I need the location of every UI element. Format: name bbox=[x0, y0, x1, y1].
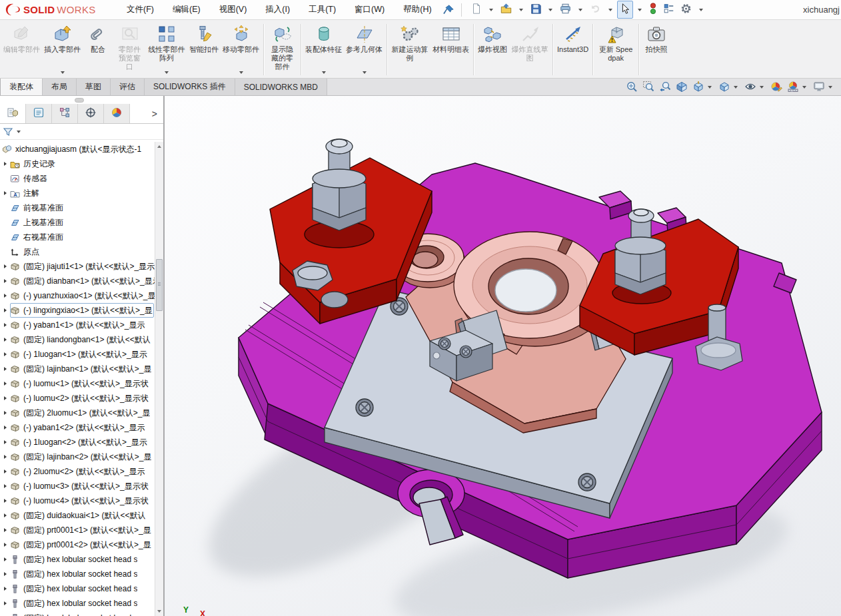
tree-item-30-screw[interactable]: (固定) hex lobular socket head s bbox=[0, 596, 155, 611]
expand-arrow-icon[interactable] bbox=[0, 557, 10, 561]
view-orientation-button[interactable] bbox=[692, 81, 714, 95]
expand-arrow-icon[interactable] bbox=[0, 411, 10, 415]
dropdown-caret-icon[interactable] bbox=[734, 86, 738, 89]
tree-item-26-part[interactable]: (固定) prt0001<2> (默认<<默认>_显 bbox=[0, 537, 155, 552]
tree-item-0-history[interactable]: 历史记录 bbox=[0, 156, 155, 171]
dropdown-caret-icon[interactable] bbox=[802, 86, 806, 89]
ribbon-button-bill-of-materials[interactable]: 材料明细表 bbox=[430, 21, 471, 78]
tree-item-15-part[interactable]: (-) luomu<1> (默认<<默认>_显示状 bbox=[0, 376, 155, 391]
dropdown-caret-icon[interactable] bbox=[708, 86, 712, 89]
pin-menu-icon[interactable] bbox=[442, 4, 454, 16]
tree-item-19-part[interactable]: (-) 1luogan<2> (默认<<默认>_显示 bbox=[0, 435, 155, 450]
tab-solidworks-addins[interactable]: SOLIDWORKS 插件 bbox=[145, 79, 235, 95]
expand-arrow-icon[interactable] bbox=[0, 308, 10, 312]
expand-arrow-icon[interactable] bbox=[0, 601, 10, 605]
expand-arrow-icon[interactable] bbox=[0, 469, 10, 473]
apply-scene-button[interactable] bbox=[787, 81, 808, 95]
expand-arrow-icon[interactable] bbox=[0, 382, 10, 386]
expand-arrow-icon[interactable] bbox=[0, 499, 10, 503]
expand-arrow-icon[interactable] bbox=[0, 264, 10, 268]
print-button[interactable] bbox=[557, 1, 574, 19]
dropdown-caret-icon[interactable] bbox=[578, 9, 582, 11]
settings-gear-dropdown[interactable] bbox=[695, 7, 707, 13]
new-document-button[interactable] bbox=[468, 1, 484, 19]
expand-arrow-icon[interactable] bbox=[0, 455, 10, 459]
expand-arrow-icon[interactable] bbox=[0, 528, 10, 532]
tree-item-8-part[interactable]: (固定) dianban<1> (默认<<默认>_显示 bbox=[0, 274, 155, 288]
options-list-button[interactable] bbox=[660, 1, 677, 19]
tree-item-24-part[interactable]: (固定) duidaokuai<1> (默认<<默认 bbox=[0, 508, 155, 523]
expand-panel-chevron[interactable]: > bbox=[146, 104, 163, 123]
tree-root-assembly[interactable]: xichuangjiajuasm (默认<显示状态-1 bbox=[0, 142, 155, 156]
tree-item-18-part[interactable]: (-) yaban1<2> (默认<<默认>_显示 bbox=[0, 420, 155, 435]
ribbon-button-reference-geometry[interactable]: 参考几何体 bbox=[344, 21, 385, 78]
tree-item-29-screw[interactable]: (固定) hex lobular socket head s bbox=[0, 581, 155, 596]
ribbon-button-show-hidden-components[interactable]: 显示隐藏的零部件 bbox=[266, 21, 299, 78]
tree-item-28-screw[interactable]: (固定) hex lobular socket head s bbox=[0, 567, 155, 581]
dropdown-caret-icon[interactable] bbox=[699, 9, 703, 11]
interference-lights-button[interactable] bbox=[646, 0, 660, 19]
settings-gear-button[interactable] bbox=[678, 1, 694, 19]
section-view-button[interactable] bbox=[676, 81, 688, 95]
tree-item-22-part[interactable]: (-) luomu<3> (默认<<默认>_显示状 bbox=[0, 479, 155, 493]
hide-show-items-button[interactable] bbox=[744, 81, 766, 95]
expand-arrow-icon[interactable] bbox=[0, 426, 10, 430]
zoom-to-area-button[interactable] bbox=[642, 81, 654, 95]
ribbon-button-instant3d[interactable]: Instant3D bbox=[555, 21, 590, 78]
ribbon-button-update-speedpak[interactable]: 更新 Speedpak bbox=[595, 21, 636, 78]
expand-arrow-icon[interactable] bbox=[0, 396, 10, 400]
tab-layout[interactable]: 布局 bbox=[43, 79, 77, 95]
expand-arrow-icon[interactable] bbox=[0, 323, 10, 327]
dropdown-caret-icon[interactable] bbox=[760, 86, 764, 89]
tree-item-5-plane[interactable]: 右视基准面 bbox=[0, 230, 155, 244]
zoom-to-fit-button[interactable] bbox=[626, 81, 638, 95]
tree-item-12-part[interactable]: (固定) liandongban<1> (默认<<默认 bbox=[0, 332, 155, 347]
scroll-up-icon[interactable] bbox=[155, 142, 163, 151]
dropdown-caret-icon[interactable] bbox=[165, 71, 169, 74]
expand-arrow-icon[interactable] bbox=[0, 440, 10, 444]
dropdown-caret-icon[interactable] bbox=[363, 71, 367, 74]
expand-arrow-icon[interactable] bbox=[0, 572, 10, 576]
dimxpertmanager-tab[interactable] bbox=[78, 104, 104, 123]
tree-item-3-plane[interactable]: 前视基准面 bbox=[0, 200, 155, 215]
ribbon-button-smart-fasteners[interactable]: 智能扣件 bbox=[187, 21, 221, 78]
ribbon-button-linear-component-pattern[interactable]: 线性零部件阵列 bbox=[146, 21, 187, 78]
graphics-viewport[interactable]: Y X bbox=[165, 96, 841, 616]
open-dropdown[interactable] bbox=[515, 7, 527, 13]
tree-item-16-part[interactable]: (-) luomu<2> (默认<<默认>_显示状 bbox=[0, 391, 155, 406]
dropdown-caret-icon[interactable] bbox=[239, 71, 243, 74]
previous-view-button[interactable] bbox=[659, 81, 671, 95]
panel-splitter-handle[interactable] bbox=[75, 98, 84, 103]
dropdown-caret-icon[interactable] bbox=[61, 71, 65, 74]
tab-solidworks-mbd[interactable]: SOLIDWORKS MBD bbox=[235, 79, 327, 95]
save-button[interactable] bbox=[528, 1, 544, 19]
select-arrow-dropdown[interactable] bbox=[634, 7, 646, 13]
expand-arrow-icon[interactable] bbox=[0, 587, 10, 591]
scrollbar-thumb[interactable] bbox=[156, 259, 163, 311]
assembly-3d-scene[interactable]: Y X bbox=[165, 96, 840, 616]
tree-item-2-annotations[interactable]: A注解 bbox=[0, 186, 155, 200]
configurationmanager-tab[interactable] bbox=[52, 104, 78, 123]
expand-arrow-icon[interactable] bbox=[0, 352, 10, 356]
menu-help[interactable]: 帮助(H) bbox=[403, 4, 431, 15]
menu-edit[interactable]: 编辑(E) bbox=[173, 4, 201, 15]
scroll-down-icon[interactable] bbox=[155, 607, 163, 616]
tree-item-21-part[interactable]: (-) 2luomu<2> (默认<<默认>_显示 bbox=[0, 464, 155, 479]
expand-arrow-icon[interactable] bbox=[0, 513, 10, 517]
expand-arrow-icon[interactable] bbox=[0, 367, 10, 371]
propertymanager-tab[interactable] bbox=[26, 104, 52, 123]
tree-item-31-screw[interactable]: (固定) hex lobular socket head s bbox=[0, 611, 155, 616]
menu-view[interactable]: 视图(V) bbox=[219, 4, 247, 15]
open-button[interactable] bbox=[498, 1, 514, 19]
expand-arrow-icon[interactable] bbox=[0, 294, 10, 298]
ribbon-button-move-component[interactable]: 移动零部件 bbox=[221, 21, 261, 78]
tab-sketch[interactable]: 草图 bbox=[77, 79, 111, 95]
ribbon-button-mate[interactable]: 配合 bbox=[83, 21, 113, 78]
ribbon-button-assembly-features[interactable]: 装配体特征 bbox=[303, 21, 344, 78]
expand-arrow-icon[interactable] bbox=[0, 162, 10, 166]
tree-item-6-origin[interactable]: 原点 bbox=[0, 244, 155, 259]
dropdown-caret-icon[interactable] bbox=[638, 9, 642, 11]
dropdown-caret-icon[interactable] bbox=[608, 9, 612, 11]
view-settings-button[interactable] bbox=[813, 81, 834, 95]
new-document-dropdown[interactable] bbox=[485, 7, 497, 13]
